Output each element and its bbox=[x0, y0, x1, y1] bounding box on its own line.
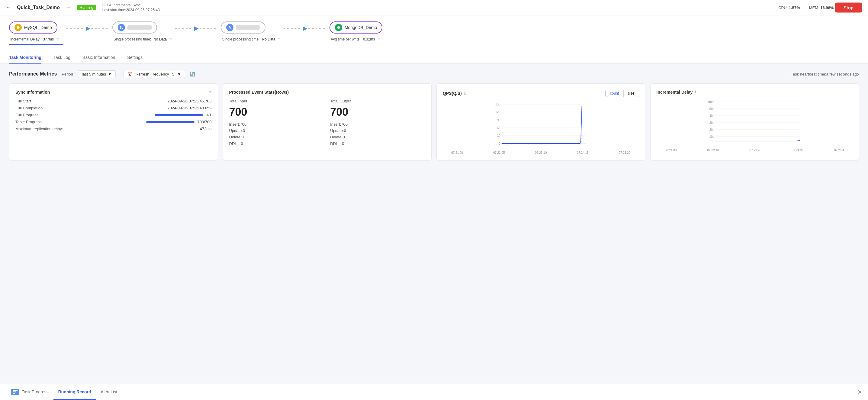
period-dropdown[interactable]: last 5 minutes ▼ bbox=[78, 70, 116, 78]
svg-text:10s: 10s bbox=[709, 135, 714, 139]
cards-grid: Sync Information ≡ Full Start 2024-09-26… bbox=[9, 83, 859, 161]
fr-node-box[interactable]: Fr bbox=[221, 22, 266, 34]
svg-text:50s: 50s bbox=[709, 107, 714, 111]
qps-card: QPS(Q/S) ℹ count size 150 bbox=[436, 83, 645, 161]
fr-node: Fr Single processing time: No Data ≡ bbox=[221, 22, 280, 42]
qps-size-button[interactable]: size bbox=[623, 90, 639, 97]
incremental-delay-title: Incremental Delay ℹ bbox=[657, 90, 853, 95]
output-label: Total Output bbox=[330, 99, 425, 103]
sync-table: Full Start 2024-09-26 07:25:45.783 Full … bbox=[16, 99, 212, 131]
svg-text:1min: 1min bbox=[708, 100, 714, 104]
period-label: Period bbox=[62, 72, 73, 76]
input-label: Total Input bbox=[229, 99, 324, 103]
tp-menu-icon[interactable]: ≡ bbox=[169, 36, 172, 42]
last-start: Last start time:2024-09-26 07:25:43 bbox=[102, 8, 160, 12]
qps-toggle: count size bbox=[606, 90, 639, 97]
tp-node: Tp Single processing time: No Data ≡ bbox=[112, 22, 172, 42]
qps-title: QPS(Q/S) ℹ count size bbox=[443, 90, 639, 97]
incremental-delay-chart: 1min 50s 40s 30s 20s 10s 0 bbox=[657, 99, 853, 147]
tab-settings[interactable]: Settings bbox=[127, 51, 143, 64]
incremental-delay-card: Incremental Delay ℹ 1min 50s 40s bbox=[650, 83, 859, 161]
incremental-delay-x-labels: 07:21:00 07:22:10 07:23:20 07:24:30 07:2… bbox=[657, 149, 853, 152]
status-badge: Running bbox=[77, 5, 96, 10]
source-progress-bar bbox=[9, 44, 63, 45]
sync-menu-icon[interactable]: ≡ bbox=[209, 90, 211, 95]
tab-basic-information[interactable]: Basic Information bbox=[83, 51, 115, 64]
sync-row-full-completion: Full Completion 2024-09-26 07:25:48.659 bbox=[16, 106, 212, 110]
input-ddl: DDL：0 bbox=[229, 141, 324, 147]
svg-text:90: 90 bbox=[497, 118, 501, 122]
qps-info-icon[interactable]: ℹ bbox=[464, 91, 466, 95]
target-menu-icon[interactable]: ≡ bbox=[377, 36, 380, 42]
source-name: MySQL_Demo bbox=[24, 25, 52, 30]
output-update: Update:0 bbox=[330, 128, 425, 133]
sync-row-full-progress: Full Progress 1/1 bbox=[16, 113, 212, 117]
tab-task-log[interactable]: Task Log bbox=[54, 51, 70, 64]
source-node: MySQL_Demo Incremental Delay: 377ms ≡ bbox=[9, 22, 63, 45]
sync-info-card: Sync Information ≡ Full Start 2024-09-26… bbox=[9, 83, 218, 161]
tp-meta: Single processing time: No Data ≡ bbox=[112, 36, 172, 42]
refresh-group: 📅 Refresh Frequency 5 ▼ bbox=[124, 70, 185, 78]
calendar-icon: 📅 bbox=[127, 71, 132, 76]
perf-header: Performance Metrics Period last 5 minute… bbox=[9, 70, 859, 78]
connector-2: ▶ bbox=[172, 25, 221, 32]
qps-chart: 150 120 90 60 30 0 bbox=[443, 101, 639, 150]
back-button[interactable]: ← bbox=[6, 5, 11, 10]
event-stats-title: Processed Event Stats(Rows) bbox=[229, 90, 426, 95]
refresh-icon[interactable]: 🔄 bbox=[190, 71, 195, 76]
top-bar: ← Quick_Task_Demo ✏ Running Full & Incre… bbox=[0, 0, 868, 16]
svg-point-0 bbox=[17, 26, 19, 29]
main-tabs: Task Monitoring Task Log Basic Informati… bbox=[0, 51, 868, 64]
target-name: MongoDB_Demo bbox=[345, 25, 377, 30]
output-col: Total Output 700 Insert:700 Update:0 Del… bbox=[330, 99, 425, 148]
svg-text:0: 0 bbox=[499, 142, 500, 145]
connector-3: ▶ bbox=[281, 25, 330, 32]
svg-text:60: 60 bbox=[497, 126, 501, 130]
mysql-icon bbox=[14, 24, 22, 31]
output-insert: Insert:700 bbox=[330, 122, 425, 127]
sync-info-title: Sync Information ≡ bbox=[16, 90, 212, 95]
edit-icon[interactable]: ✏ bbox=[67, 5, 71, 10]
task-meta: Full & Incremental Sync Last start time:… bbox=[102, 3, 160, 12]
input-insert: Insert:700 bbox=[229, 122, 324, 127]
tp-icon: Tp bbox=[118, 24, 125, 31]
refresh-val: 5 bbox=[172, 72, 174, 76]
tab-task-monitoring[interactable]: Task Monitoring bbox=[9, 51, 41, 64]
chevron-down-icon-2[interactable]: ▼ bbox=[177, 72, 181, 76]
event-stats-card: Processed Event Stats(Rows) Total Input … bbox=[223, 83, 432, 161]
sync-row-full-start: Full Start 2024-09-26 07:25:45.783 bbox=[16, 99, 212, 103]
svg-text:120: 120 bbox=[495, 111, 500, 114]
target-node-box[interactable]: MongoDB_Demo bbox=[330, 22, 382, 34]
fr-meta: Single processing time: No Data ≡ bbox=[221, 36, 280, 42]
source-node-box[interactable]: MySQL_Demo bbox=[9, 22, 57, 34]
table-progress-bar bbox=[146, 121, 194, 123]
pipeline-bar: MySQL_Demo Incremental Delay: 377ms ≡ ▶ … bbox=[0, 16, 868, 51]
full-progress-bar bbox=[155, 114, 203, 116]
input-delete: Delete:0 bbox=[229, 135, 324, 139]
output-ddl: DDL：0 bbox=[330, 141, 425, 147]
fr-icon: Fr bbox=[226, 24, 234, 31]
task-name: Quick_Task_Demo bbox=[17, 5, 60, 10]
main-content: Performance Metrics Period last 5 minute… bbox=[0, 64, 868, 167]
incremental-delay-chart-wrapper: 1min 50s 40s 30s 20s 10s 0 07:21:00 07:2… bbox=[657, 99, 853, 152]
mongo-icon bbox=[335, 24, 342, 31]
heartbeat-text: Task heartbeat time:a few seconds ago bbox=[791, 72, 859, 76]
fr-menu-icon[interactable]: ≡ bbox=[278, 36, 281, 42]
source-menu-icon[interactable]: ≡ bbox=[56, 36, 59, 42]
source-meta: Incremental Delay: 377ms ≡ bbox=[9, 36, 59, 42]
svg-text:30: 30 bbox=[497, 134, 501, 137]
qps-count-button[interactable]: count bbox=[606, 90, 623, 97]
sync-row-table-progress: Table Progress 700/700 bbox=[16, 120, 212, 124]
tp-node-box[interactable]: Tp bbox=[112, 22, 157, 34]
cpu-metric: CPU: 1.57% bbox=[778, 5, 800, 10]
svg-text:30s: 30s bbox=[709, 121, 714, 124]
svg-point-1 bbox=[337, 26, 340, 29]
svg-text:150: 150 bbox=[495, 103, 500, 106]
mem-metric: MEM: 16.98% bbox=[809, 5, 834, 10]
output-delete: Delete:0 bbox=[330, 135, 425, 139]
stop-button[interactable]: Stop bbox=[835, 3, 862, 13]
incremental-delay-info-icon[interactable]: ℹ bbox=[695, 90, 696, 94]
sync-row-max-delay: Maximum replication delay: 472ms bbox=[16, 127, 212, 131]
refresh-label: Refresh Frequency bbox=[135, 72, 169, 76]
target-node: MongoDB_Demo Avg time per write: 0.32ms … bbox=[330, 22, 382, 42]
